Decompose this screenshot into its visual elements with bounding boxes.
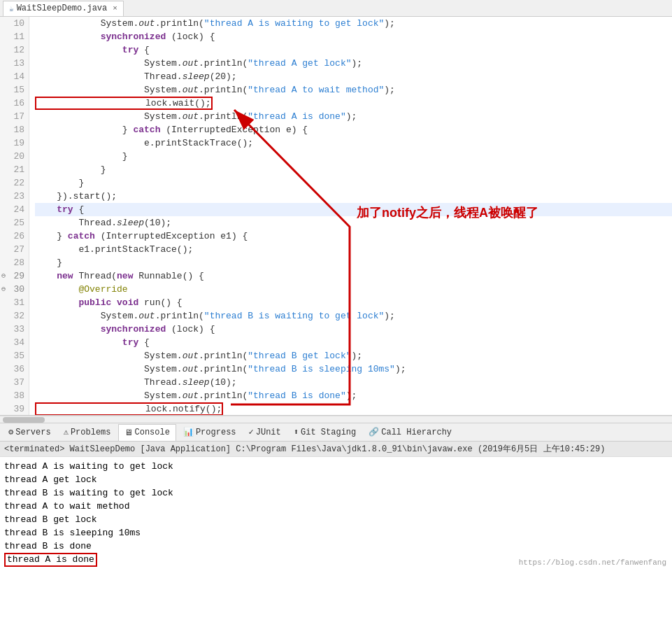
panel-tab-label: Call Hierarchy — [381, 428, 452, 437]
line-number-20: 20 — [0, 150, 29, 163]
panel-tab-git-staging[interactable]: ⬆Git Staging — [288, 424, 362, 441]
horizontal-scrollbar[interactable] — [0, 416, 672, 423]
panel-tab-icon-problems: ⚠ — [64, 427, 69, 437]
console-line-6: thread B is done — [4, 540, 668, 553]
line-number-29: 29 — [0, 269, 29, 283]
code-line-37: Thread.sleep(10); — [35, 376, 672, 389]
line-number-28: 28 — [0, 256, 29, 269]
panel-tab-label: JUnit — [256, 428, 281, 437]
code-line-34: try { — [35, 336, 672, 349]
line-number-15: 15 — [0, 83, 29, 97]
line-number-13: 13 — [0, 57, 29, 70]
code-line-31: public void run() { — [35, 296, 672, 309]
line-number-27: 27 — [0, 243, 29, 256]
panel-tab-icon-junit: ✓ — [249, 427, 254, 437]
panel-tab-problems[interactable]: ⚠Problems — [58, 424, 117, 441]
panel-tab-icon-git staging: ⬆ — [294, 427, 299, 437]
code-line-38: System.out.println("thread B is done"); — [35, 389, 672, 402]
panel-tab-console[interactable]: 🖥Console — [118, 424, 176, 441]
line-number-34: 34 — [0, 336, 29, 349]
line-number-33: 33 — [0, 323, 29, 336]
code-line-28: } — [35, 256, 672, 269]
panel-tab-servers[interactable]: ⚙Servers — [3, 424, 57, 441]
line-number-21: 21 — [0, 163, 29, 176]
code-line-15: System.out.println("thread A to wait met… — [35, 83, 672, 97]
code-line-12: try { — [35, 43, 672, 57]
editor-area: 1011121314151617181920212223242526272829… — [0, 17, 672, 416]
code-line-36: System.out.println("thread B is sleeping… — [35, 362, 672, 376]
line-number-30: 30 — [0, 283, 29, 296]
line-number-18: 18 — [0, 123, 29, 136]
line-number-11: 11 — [0, 30, 29, 43]
panel-tab-progress[interactable]: 📊Progress — [178, 424, 242, 441]
line-number-37: 37 — [0, 376, 29, 389]
console-content: <terminated> WaitSleepDemo [Java Applica… — [0, 442, 672, 570]
line-number-22: 22 — [0, 176, 29, 190]
code-line-16: lock.wait(); — [35, 97, 672, 110]
line-number-19: 19 — [0, 136, 29, 150]
console-line-2: thread B is waiting to get lock — [4, 486, 668, 500]
panel-tab-label: Console — [135, 428, 170, 437]
console-output: thread A is waiting to get lockthread A … — [0, 457, 672, 570]
line-number-24: 24 — [0, 203, 29, 216]
console-line-4: thread B get lock — [4, 513, 668, 526]
bottom-panel: ⚙Servers⚠Problems🖥Console📊Progress✓JUnit… — [0, 423, 672, 627]
watermark: https://blog.csdn.net/fanwenfang — [519, 558, 666, 567]
line-number-36: 36 — [0, 362, 29, 376]
line-number-39: 39 — [0, 402, 29, 415]
tab-filename: WaitSleepDemo.java — [17, 3, 108, 13]
code-line-18: } catch (InterruptedException e) { — [35, 123, 672, 136]
line-number-17: 17 — [0, 110, 29, 123]
console-line-0: thread A is waiting to get lock — [4, 460, 668, 473]
code-line-24: try { — [35, 203, 672, 216]
code-line-22: } — [35, 176, 672, 190]
line-number-25: 25 — [0, 216, 29, 230]
panel-tab-icon-progress: 📊 — [183, 427, 194, 437]
code-lines[interactable]: System.out.println("thread A is waiting … — [29, 17, 672, 415]
line-number-23: 23 — [0, 190, 29, 203]
code-container: 1011121314151617181920212223242526272829… — [0, 17, 672, 415]
code-line-35: System.out.println("thread B get lock"); — [35, 349, 672, 362]
code-line-10: System.out.println("thread A is waiting … — [35, 17, 672, 30]
editor-tab[interactable]: ☕ WaitSleepDemo.java × — [3, 1, 124, 16]
panel-tab-label: Problems — [71, 428, 111, 437]
code-line-13: System.out.println("thread A get lock"); — [35, 57, 672, 70]
code-line-27: e1.printStackTrace(); — [35, 243, 672, 256]
code-line-33: synchronized (lock) { — [35, 323, 672, 336]
tab-close-button[interactable]: × — [113, 4, 117, 13]
panel-tab-label: Git Staging — [301, 428, 356, 437]
code-line-14: Thread.sleep(20); — [35, 70, 672, 83]
code-line-21: } — [35, 163, 672, 176]
code-line-25: Thread.sleep(10); — [35, 216, 672, 230]
line-number-32: 32 — [0, 309, 29, 323]
code-line-11: synchronized (lock) { — [35, 30, 672, 43]
console-line-5: thread B is sleeping 10ms — [4, 526, 668, 540]
code-line-29: new Thread(new Runnable() { — [35, 269, 672, 283]
panel-tab-junit[interactable]: ✓JUnit — [243, 424, 287, 441]
line-number-35: 35 — [0, 349, 29, 362]
line-number-12: 12 — [0, 43, 29, 57]
code-line-20: } — [35, 150, 672, 163]
console-line-1: thread A get lock — [4, 473, 668, 486]
scroll-thumb[interactable] — [3, 417, 45, 423]
panel-tab-call-hierarchy[interactable]: 🔗Call Hierarchy — [363, 424, 457, 441]
code-line-17: System.out.println("thread A is done"); — [35, 110, 672, 123]
line-number-14: 14 — [0, 70, 29, 83]
panel-tab-label: Progress — [196, 428, 236, 437]
line-number-16: 16 — [0, 97, 29, 110]
line-number-10: 10 — [0, 17, 29, 30]
code-line-39: lock.notify(); — [35, 402, 672, 415]
panel-tab-label: Servers — [15, 428, 50, 437]
line-number-31: 31 — [0, 296, 29, 309]
panel-tabs: ⚙Servers⚠Problems🖥Console📊Progress✓JUnit… — [0, 423, 672, 442]
line-numbers: 1011121314151617181920212223242526272829… — [0, 17, 29, 415]
code-line-26: } catch (InterruptedException e1) { — [35, 230, 672, 243]
console-line-3: thread A to wait method — [4, 500, 668, 513]
line-number-38: 38 — [0, 389, 29, 402]
code-line-23: }).start(); — [35, 190, 672, 203]
console-header: <terminated> WaitSleepDemo [Java Applica… — [0, 442, 672, 457]
panel-tab-icon-call hierarchy: 🔗 — [369, 427, 379, 437]
code-line-19: e.printStackTrace(); — [35, 136, 672, 150]
line-number-26: 26 — [0, 230, 29, 243]
panel-tab-icon-console: 🖥 — [124, 428, 133, 438]
